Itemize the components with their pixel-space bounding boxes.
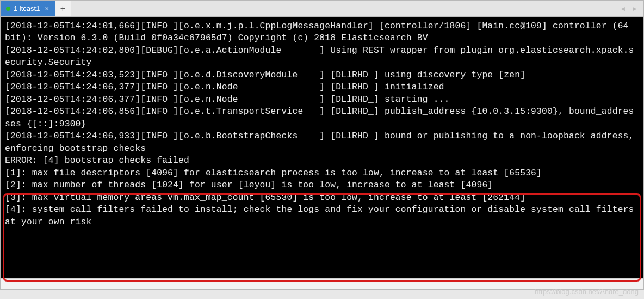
nav-right-icon[interactable]: ► bbox=[629, 4, 640, 14]
plus-icon: + bbox=[60, 4, 65, 14]
new-tab-button[interactable]: + bbox=[55, 1, 71, 16]
close-icon[interactable]: × bbox=[43, 4, 51, 13]
tab-label: 1 itcast1 bbox=[14, 4, 40, 13]
terminal-output[interactable]: [2018-12-05T14:24:01,666][INFO ][o.e.x.m… bbox=[1, 17, 643, 278]
error-highlight-box bbox=[3, 193, 641, 282]
tab-nav-arrows: ◄ ► bbox=[617, 1, 640, 17]
nav-left-icon[interactable]: ◄ bbox=[617, 4, 628, 14]
tab-bar: 1 itcast1 × + ◄ ► bbox=[1, 1, 643, 17]
terminal-window: 1 itcast1 × + ◄ ► [2018-12-05T14:24:01,6… bbox=[0, 0, 644, 290]
tab-itcast1[interactable]: 1 itcast1 × bbox=[1, 1, 55, 16]
watermark-text: https://blog.csdn.net/Andre_dong bbox=[535, 288, 639, 296]
status-dot-icon bbox=[6, 7, 10, 11]
